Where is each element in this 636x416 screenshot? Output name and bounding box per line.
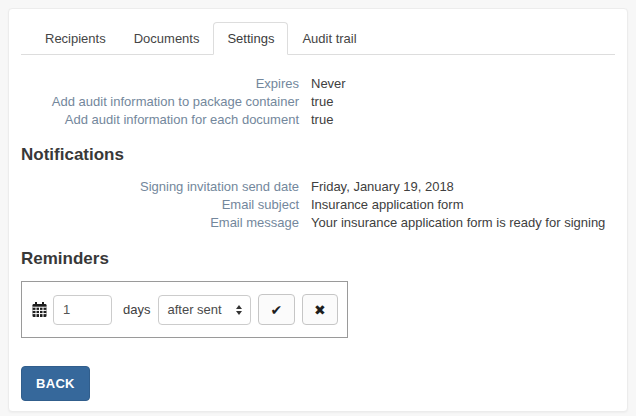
reminder-editor-row: days after sent ✔ ✖: [21, 281, 348, 338]
audit-package-label: Add audit information to package contain…: [21, 93, 299, 111]
expires-value: Never: [311, 75, 615, 93]
tab-documents[interactable]: Documents: [120, 22, 214, 55]
tab-recipients[interactable]: Recipients: [31, 22, 120, 55]
notifications-summary: Signing invitation send date Friday, Jan…: [21, 178, 615, 232]
reminder-cancel-button[interactable]: ✖: [302, 294, 338, 325]
reminder-days-input[interactable]: [53, 295, 112, 325]
audit-document-value: true: [311, 111, 615, 129]
send-date-value: Friday, January 19, 2018: [311, 178, 615, 196]
audit-package-value: true: [311, 93, 615, 111]
reminder-confirm-button[interactable]: ✔: [258, 294, 294, 325]
email-message-value: Your insurance application form is ready…: [311, 214, 615, 232]
expires-label: Expires: [21, 75, 299, 93]
reminder-interval-select[interactable]: after sent: [158, 295, 251, 325]
email-subject-value: Insurance application form: [311, 196, 615, 214]
tab-bar: Recipients Documents Settings Audit trai…: [21, 22, 615, 55]
package-details-card: Recipients Documents Settings Audit trai…: [8, 8, 628, 412]
reminders-heading: Reminders: [21, 249, 615, 269]
reminder-days-unit-label: days: [123, 302, 150, 317]
send-date-label: Signing invitation send date: [21, 178, 299, 196]
back-button[interactable]: BACK: [21, 366, 90, 401]
x-icon: ✖: [314, 302, 326, 318]
tab-audit-trail[interactable]: Audit trail: [288, 22, 370, 55]
email-subject-label: Email subject: [21, 196, 299, 214]
tab-settings[interactable]: Settings: [213, 22, 288, 55]
calendar-icon: [32, 302, 47, 318]
email-message-label: Email message: [21, 214, 299, 232]
reminder-interval-selected-option: after sent: [167, 302, 221, 317]
updown-caret-icon: [236, 305, 242, 315]
check-icon: ✔: [271, 302, 283, 318]
notifications-heading: Notifications: [21, 145, 615, 165]
audit-document-label: Add audit information for each document: [21, 111, 299, 129]
settings-summary: Expires Never Add audit information to p…: [21, 75, 615, 129]
